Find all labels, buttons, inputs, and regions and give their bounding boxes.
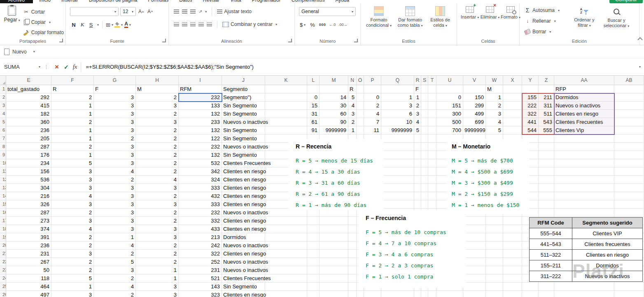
- cell-E19[interactable]: 391: [6, 233, 51, 241]
- cell-T11[interactable]: [428, 167, 436, 176]
- cell-P4[interactable]: 4: [364, 110, 381, 118]
- cell-V1[interactable]: [463, 85, 486, 93]
- textbox-monetario[interactable]: M – Monetario M = 5 → más de $700M = 4 →…: [447, 139, 529, 215]
- cell-X26[interactable]: [503, 291, 522, 297]
- cell-F26[interactable]: 3: [51, 291, 94, 297]
- cell-I19[interactable]: 213: [179, 233, 222, 241]
- clear-button[interactable]: Borrar▾: [525, 28, 567, 36]
- cell-O4[interactable]: [357, 110, 364, 118]
- cell-E21[interactable]: 231: [6, 250, 51, 258]
- cell-E20[interactable]: 236: [6, 241, 51, 250]
- font-color-button[interactable]: A▾: [124, 21, 131, 29]
- cell-J17[interactable]: Clientes en riesgo: [222, 217, 265, 225]
- cell-R11[interactable]: [414, 167, 421, 176]
- cell-U4[interactable]: 300: [436, 110, 463, 118]
- cell-K4[interactable]: [265, 110, 307, 118]
- row-header-15[interactable]: 15: [0, 200, 6, 209]
- column-header-V[interactable]: V: [463, 76, 486, 85]
- cell-T2[interactable]: [428, 93, 436, 102]
- clipboard-dialog-launcher[interactable]: [59, 39, 63, 42]
- cell-V19[interactable]: [463, 233, 486, 241]
- cell-H12[interactable]: 4: [136, 176, 179, 184]
- ribbon-tab-vista[interactable]: Vista: [225, 0, 246, 3]
- cell-Z12[interactable]: [539, 176, 554, 184]
- cell-O5[interactable]: [357, 118, 364, 126]
- cell-S7[interactable]: [421, 135, 428, 143]
- column-header-I[interactable]: I: [179, 76, 222, 85]
- cell-AA9[interactable]: [554, 151, 614, 159]
- cell-K21[interactable]: [265, 250, 307, 258]
- cell-Q3[interactable]: 3: [381, 102, 414, 110]
- cell-W17[interactable]: [486, 217, 503, 225]
- cell-AA13[interactable]: [554, 184, 614, 192]
- cell-Q4[interactable]: 6: [381, 110, 414, 118]
- cell-AB25[interactable]: [614, 283, 644, 291]
- row-header-1[interactable]: 1: [0, 85, 6, 93]
- cell-U5[interactable]: 500: [436, 118, 463, 126]
- cell-I11[interactable]: 342: [179, 167, 222, 176]
- cell-G4[interactable]: 3: [94, 110, 136, 118]
- cell-F10[interactable]: 5: [51, 159, 94, 167]
- cell-J14[interactable]: Clientes en riesgo: [222, 192, 265, 200]
- column-header-J[interactable]: J: [222, 76, 265, 85]
- cell-L19[interactable]: [307, 233, 320, 241]
- cell-AA6[interactable]: Clientes Vip: [554, 126, 614, 135]
- column-header-O[interactable]: O: [357, 76, 364, 85]
- cell-M20[interactable]: [320, 241, 348, 250]
- cell-Z15[interactable]: [539, 200, 554, 209]
- row-header-14[interactable]: 14: [0, 192, 6, 200]
- cell-K20[interactable]: [265, 241, 307, 250]
- cell-W21[interactable]: [486, 250, 503, 258]
- cell-Z1[interactable]: [539, 85, 554, 93]
- cell-AA2[interactable]: Dormidos: [554, 93, 614, 102]
- insert-function-icon[interactable]: fx: [73, 63, 77, 70]
- cell-L22[interactable]: [307, 258, 320, 266]
- cell-AA5[interactable]: Clientes Frecuentes: [554, 118, 614, 126]
- cell-F22[interactable]: 2: [51, 258, 94, 266]
- cell-G17[interactable]: 3: [94, 217, 136, 225]
- cell-N4[interactable]: 3: [348, 110, 357, 118]
- copy-button[interactable]: Copiar▾: [23, 18, 64, 26]
- cell-AB3[interactable]: [614, 102, 644, 110]
- cell-I7[interactable]: 122: [179, 135, 222, 143]
- cell-G15[interactable]: 3: [94, 200, 136, 209]
- align-middle-button[interactable]: [182, 9, 187, 14]
- column-header-N[interactable]: N: [348, 76, 357, 85]
- cell-L6[interactable]: 91: [307, 126, 320, 135]
- bold-button[interactable]: N: [70, 21, 77, 29]
- cell-H19[interactable]: 3: [136, 233, 179, 241]
- cell-M24[interactable]: [320, 274, 348, 283]
- insert-cells-button[interactable]: Insertar▾: [461, 6, 478, 20]
- cell-L2[interactable]: 0: [307, 93, 320, 102]
- increase-decimal-button[interactable]: ←.0: [329, 21, 336, 29]
- cell-X25[interactable]: [503, 283, 522, 291]
- cell-I1[interactable]: RFM: [179, 85, 222, 93]
- share-button[interactable]: Compartir: [609, 0, 643, 3]
- cell-I20[interactable]: 242: [179, 241, 222, 250]
- cell-R3[interactable]: 2: [414, 102, 421, 110]
- align-center-button[interactable]: [182, 22, 187, 27]
- cell-K18[interactable]: [265, 225, 307, 233]
- cell-V3[interactable]: 299: [463, 102, 486, 110]
- cell-F1[interactable]: R: [51, 85, 94, 93]
- cell-H4[interactable]: 2: [136, 110, 179, 118]
- cell-I9[interactable]: 132: [179, 151, 222, 159]
- cell-I17[interactable]: 332: [179, 217, 222, 225]
- cell-S26[interactable]: [421, 291, 428, 297]
- cell-Q26[interactable]: [381, 291, 414, 297]
- row-header-19[interactable]: 19: [0, 233, 6, 241]
- cell-L17[interactable]: [307, 217, 320, 225]
- cell-G7[interactable]: 2: [94, 135, 136, 143]
- cell-H9[interactable]: 2: [136, 151, 179, 159]
- cell-R4[interactable]: 3: [414, 110, 421, 118]
- cell-T1[interactable]: [428, 85, 436, 93]
- cell-I10[interactable]: 532: [179, 159, 222, 167]
- cell-E5[interactable]: 360: [6, 118, 51, 126]
- cell-Z26[interactable]: [539, 291, 554, 297]
- cell-K6[interactable]: [265, 126, 307, 135]
- cell-Q13[interactable]: [381, 184, 414, 192]
- cell-E25[interactable]: 464: [6, 283, 51, 291]
- cell-J16[interactable]: Nuevos o inactivos: [222, 209, 265, 217]
- find-select-button[interactable]: Buscar y seleccionar▾: [602, 6, 631, 36]
- align-bottom-button[interactable]: [190, 9, 196, 14]
